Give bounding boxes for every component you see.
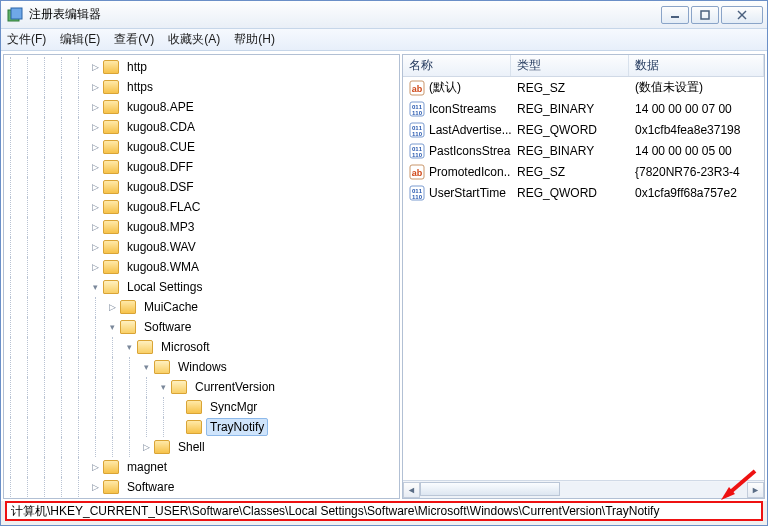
- registry-editor-window: 注册表编辑器 文件(F) 编辑(E) 查看(V) 收藏夹(A) 帮助(H) ▷h…: [0, 0, 768, 526]
- tree-item-label: SyncMgr: [206, 398, 261, 416]
- tree-item[interactable]: ▷kugou8.DSF: [4, 177, 399, 197]
- value-row[interactable]: 011110IconStreamsREG_BINARY14 00 00 00 0…: [403, 98, 764, 119]
- value-row[interactable]: ab(默认)REG_SZ(数值未设置): [403, 77, 764, 98]
- folder-icon: [103, 460, 119, 474]
- tree-item[interactable]: SyncMgr: [4, 397, 399, 417]
- window-title: 注册表编辑器: [29, 6, 659, 23]
- expand-icon[interactable]: ▷: [89, 181, 101, 193]
- value-row[interactable]: abPromotedIcon...REG_SZ{7820NR76-23R3-4: [403, 161, 764, 182]
- value-type: REG_BINARY: [511, 102, 629, 116]
- tree-item-label: kugou8.WAV: [123, 238, 200, 256]
- column-headers: 名称 类型 数据: [403, 55, 764, 77]
- tree-item-label: Windows: [174, 358, 231, 376]
- menu-help[interactable]: 帮助(H): [234, 31, 275, 48]
- tree-item[interactable]: ▷kugou8.MP3: [4, 217, 399, 237]
- collapse-icon[interactable]: ▾: [106, 321, 118, 333]
- expand-icon[interactable]: ▷: [89, 241, 101, 253]
- col-type[interactable]: 类型: [511, 55, 629, 76]
- tree-item[interactable]: TrayNotify: [4, 417, 399, 437]
- expand-icon[interactable]: ▷: [106, 301, 118, 313]
- value-name: IconStreams: [429, 102, 496, 116]
- scroll-left-button[interactable]: ◄: [403, 482, 420, 498]
- close-button[interactable]: [721, 6, 763, 24]
- collapse-icon[interactable]: ▾: [140, 361, 152, 373]
- tree-item[interactable]: ▷kugou8.FLAC: [4, 197, 399, 217]
- expand-icon[interactable]: ▷: [89, 461, 101, 473]
- tree-item[interactable]: ▾Local Settings: [4, 277, 399, 297]
- value-type: REG_SZ: [511, 165, 629, 179]
- tree-item[interactable]: ▷kugou8.CDA: [4, 117, 399, 137]
- tree-item-label: http: [123, 58, 151, 76]
- value-data: 14 00 00 00 07 00: [629, 102, 764, 116]
- menu-favorites[interactable]: 收藏夹(A): [168, 31, 220, 48]
- value-type: REG_BINARY: [511, 144, 629, 158]
- tree-item[interactable]: ▷kugou8.CUE: [4, 137, 399, 157]
- expand-icon[interactable]: ▷: [89, 141, 101, 153]
- expand-icon[interactable]: ▷: [89, 481, 101, 493]
- collapse-icon[interactable]: ▾: [123, 341, 135, 353]
- values-pane: 名称 类型 数据 ab(默认)REG_SZ(数值未设置)011110IconSt…: [402, 54, 765, 499]
- tree-item-label: CurrentVersion: [191, 378, 279, 396]
- tree-item-label: kugou8.CDA: [123, 118, 199, 136]
- expand-icon[interactable]: ▷: [89, 101, 101, 113]
- tree-item[interactable]: ▷MuiCache: [4, 297, 399, 317]
- value-row[interactable]: 011110UserStartTimeREG_QWORD0x1cfa9ff68a…: [403, 182, 764, 203]
- expand-icon[interactable]: ▷: [89, 81, 101, 93]
- tree-item[interactable]: ▷http: [4, 57, 399, 77]
- folder-icon: [171, 380, 187, 394]
- scroll-thumb[interactable]: [420, 482, 560, 496]
- client-area: ▷http▷https▷kugou8.APE▷kugou8.CDA▷kugou8…: [1, 51, 767, 501]
- expand-icon[interactable]: ▷: [89, 61, 101, 73]
- menu-edit[interactable]: 编辑(E): [60, 31, 100, 48]
- title-bar[interactable]: 注册表编辑器: [1, 1, 767, 29]
- svg-text:110: 110: [412, 152, 423, 158]
- scroll-track[interactable]: [420, 482, 747, 498]
- folder-icon: [137, 340, 153, 354]
- horizontal-scrollbar[interactable]: ◄ ►: [403, 480, 764, 498]
- value-name: UserStartTime: [429, 186, 506, 200]
- tree-item[interactable]: ▷Shell: [4, 437, 399, 457]
- menu-view[interactable]: 查看(V): [114, 31, 154, 48]
- expand-icon[interactable]: ▷: [89, 201, 101, 213]
- maximize-button[interactable]: [691, 6, 719, 24]
- tree-item[interactable]: ▾Microsoft: [4, 337, 399, 357]
- tree-item[interactable]: ▷Software: [4, 477, 399, 497]
- tree-item[interactable]: ▾Software: [4, 317, 399, 337]
- tree-item-label: Microsoft: [157, 338, 214, 356]
- col-data[interactable]: 数据: [629, 55, 764, 76]
- minimize-button[interactable]: [661, 6, 689, 24]
- tree-item[interactable]: ▷kugou8.WMA: [4, 257, 399, 277]
- folder-icon: [103, 100, 119, 114]
- folder-icon: [103, 200, 119, 214]
- col-name[interactable]: 名称: [403, 55, 511, 76]
- values-list[interactable]: ab(默认)REG_SZ(数值未设置)011110IconStreamsREG_…: [403, 77, 764, 480]
- tree-item[interactable]: ▷magnet: [4, 457, 399, 477]
- tree-item[interactable]: ▷kugou8.APE: [4, 97, 399, 117]
- collapse-icon[interactable]: ▾: [157, 381, 169, 393]
- expand-icon[interactable]: ▷: [89, 261, 101, 273]
- status-path: 计算机\HKEY_CURRENT_USER\Software\Classes\L…: [11, 503, 659, 520]
- tree-pane[interactable]: ▷http▷https▷kugou8.APE▷kugou8.CDA▷kugou8…: [3, 54, 400, 499]
- folder-icon: [120, 320, 136, 334]
- expand-icon[interactable]: ▷: [89, 121, 101, 133]
- folder-icon: [103, 220, 119, 234]
- value-row[interactable]: 011110LastAdvertise...REG_QWORD0x1cfb4fe…: [403, 119, 764, 140]
- svg-text:110: 110: [412, 110, 423, 116]
- value-row[interactable]: 011110PastIconsStreamREG_BINARY14 00 00 …: [403, 140, 764, 161]
- tree-item[interactable]: ▷https: [4, 77, 399, 97]
- collapse-icon[interactable]: ▾: [89, 281, 101, 293]
- expand-icon[interactable]: ▷: [89, 221, 101, 233]
- value-type: REG_QWORD: [511, 186, 629, 200]
- scroll-right-button[interactable]: ►: [747, 482, 764, 498]
- value-name: (默认): [429, 79, 461, 96]
- expand-icon[interactable]: ▷: [140, 441, 152, 453]
- expand-icon[interactable]: ▷: [89, 161, 101, 173]
- tree-item[interactable]: ▷kugou8.WAV: [4, 237, 399, 257]
- tree-item[interactable]: ▷kugou8.DFF: [4, 157, 399, 177]
- svg-text:ab: ab: [412, 168, 423, 178]
- tree-item[interactable]: ▾CurrentVersion: [4, 377, 399, 397]
- menu-file[interactable]: 文件(F): [7, 31, 46, 48]
- tree-item[interactable]: ▾Windows: [4, 357, 399, 377]
- status-bar: 计算机\HKEY_CURRENT_USER\Software\Classes\L…: [5, 501, 763, 521]
- folder-icon: [154, 440, 170, 454]
